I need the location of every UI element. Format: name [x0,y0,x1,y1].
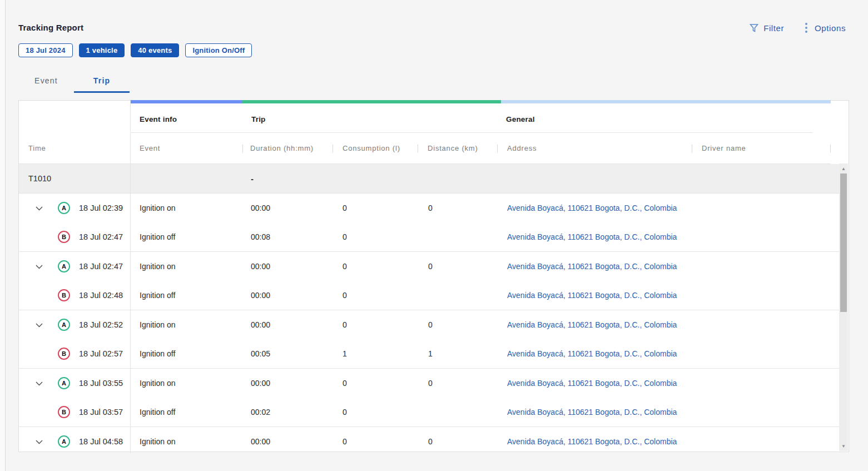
trip-end-badge: B [58,406,70,418]
address-link[interactable]: Avenida Boyacá, 110621 Bogota, D.C., Col… [497,262,692,271]
duration-value: 00:00 [242,320,333,329]
event-type: Ignition on [131,204,242,212]
filter-label: Filter [763,23,784,33]
consumption-value: 0 [333,379,418,388]
consumption-value: 0 [333,262,418,271]
group-bar-general [501,100,831,103]
column-header-event[interactable]: Event [131,144,242,152]
filter-button[interactable]: Filter [750,23,784,33]
event-time: 18 Jul 02:39 [79,204,123,212]
table-row: A 18 Jul 03:55 Ignition on 00:00 0 0 Ave… [19,369,839,398]
trip-block: A 18 Jul 03:55 Ignition on 00:00 0 0 Ave… [19,369,839,427]
consumption-value: 0 [333,320,418,329]
column-header-distance[interactable]: Distance (km) [418,144,497,152]
consumption-value: 1 [333,349,418,358]
options-button[interactable]: Options [803,22,846,34]
vehicle-duration: - [242,174,333,184]
vertical-scrollbar[interactable]: ▲ ▼ [839,163,848,451]
address-link[interactable]: Avenida Boyacá, 110621 Bogota, D.C., Col… [497,349,692,358]
table-row: B 18 Jul 02:57 Ignition off 00:05 1 1 Av… [19,339,839,368]
column-header-time[interactable]: Time [19,133,131,163]
chip-ignition-filter[interactable]: Ignition On/Off [185,43,252,57]
chevron-down-icon[interactable] [34,437,44,447]
distance-value: 0 [418,320,497,329]
chevron-down-icon[interactable] [34,261,44,271]
chevron-down-icon[interactable] [34,378,44,388]
event-time: 18 Jul 02:47 [79,232,123,241]
tab-event[interactable]: Event [18,70,74,93]
options-label: Options [815,23,846,33]
table-row: B 18 Jul 02:47 Ignition off 00:08 0 Aven… [19,222,839,251]
column-header-address[interactable]: Address [497,144,692,152]
address-link[interactable]: Avenida Boyacá, 110621 Bogota, D.C., Col… [497,204,692,212]
column-header-row: Time Event Duration (hh:mm) Consumption … [19,133,831,163]
duration-value: 00:00 [242,291,333,300]
group-bar-event-info [131,100,242,103]
address-link[interactable]: Avenida Boyacá, 110621 Bogota, D.C., Col… [497,408,692,417]
scrollbar-thumb[interactable] [840,173,847,312]
event-time: 18 Jul 02:57 [79,349,123,358]
page-title: Tracking Report [18,23,83,32]
consumption-value: 0 [333,437,418,446]
distance-value: 0 [418,379,497,388]
trip-block: A 18 Jul 04:58 Ignition on 00:00 0 0 Ave… [19,427,839,453]
column-header-duration[interactable]: Duration (hh:mm) [242,144,333,152]
consumption-value: 0 [333,408,418,417]
table-row: B 18 Jul 03:57 Ignition off 00:02 0 Aven… [19,398,839,427]
event-time: 18 Jul 03:57 [79,408,123,417]
table-row: A 18 Jul 02:39 Ignition on 00:00 0 0 Ave… [19,194,839,222]
consumption-value: 0 [333,291,418,300]
trip-start-badge: A [58,377,70,389]
event-type: Ignition off [131,408,242,417]
address-link[interactable]: Avenida Boyacá, 110621 Bogota, D.C., Col… [497,232,692,241]
trip-end-badge: B [58,231,70,243]
table-row: B 18 Jul 02:48 Ignition off 00:00 0 Aven… [19,281,839,310]
chip-event-count[interactable]: 40 events [131,43,179,57]
group-event-info: Event info [131,115,242,132]
group-trip: Trip [242,115,333,132]
column-header-consumption[interactable]: Consumption (l) [333,144,418,152]
filter-chips: 18 Jul 2024 1 vehicle 40 events Ignition… [18,43,252,57]
duration-value: 00:05 [242,349,333,358]
table-row: A 18 Jul 02:47 Ignition on 00:00 0 0 Ave… [19,252,839,281]
address-link[interactable]: Avenida Boyacá, 110621 Bogota, D.C., Col… [497,379,692,388]
event-time: 18 Jul 02:52 [79,320,123,329]
distance-value: 0 [418,437,497,446]
scroll-down-icon[interactable]: ▼ [839,442,848,450]
event-type: Ignition on [131,379,242,388]
trip-start-badge: A [58,319,70,331]
address-link[interactable]: Avenida Boyacá, 110621 Bogota, D.C., Col… [497,320,692,329]
trip-start-badge: A [58,260,70,272]
vehicle-name: T1010 [19,164,131,193]
vehicle-row[interactable]: T1010 - [19,164,839,194]
column-group-header-row: Event info Trip General [19,101,831,132]
table-row: A 18 Jul 02:52 Ignition on 00:00 0 0 Ave… [19,310,839,339]
group-spacer [19,101,131,132]
tab-trip[interactable]: Trip [74,70,130,93]
event-type: Ignition off [131,349,242,358]
chip-date[interactable]: 18 Jul 2024 [18,43,73,57]
event-time: 18 Jul 02:48 [79,291,123,300]
chevron-down-icon[interactable] [34,320,44,330]
column-header-driver[interactable]: Driver name [692,144,831,152]
report-tabs: Event Trip [18,70,130,93]
left-panel-edge [0,0,6,471]
chip-vehicle-count[interactable]: 1 vehicle [79,43,125,57]
address-link[interactable]: Avenida Boyacá, 110621 Bogota, D.C., Col… [497,291,692,300]
group-bar-trip [242,100,501,103]
chevron-down-icon[interactable] [34,203,44,213]
event-time: 18 Jul 03:55 [79,379,123,388]
event-type: Ignition on [131,320,242,329]
consumption-value: 0 [333,204,418,212]
consumption-value: 0 [333,232,418,241]
trip-block: A 18 Jul 02:39 Ignition on 00:00 0 0 Ave… [19,194,839,252]
distance-value: 1 [418,349,497,358]
duration-value: 00:00 [242,437,333,446]
distance-value: 0 [418,262,497,271]
trip-end-badge: B [58,289,70,301]
scroll-up-icon[interactable]: ▲ [839,164,848,173]
table-row: A 18 Jul 04:58 Ignition on 00:00 0 0 Ave… [19,427,839,453]
address-link[interactable]: Avenida Boyacá, 110621 Bogota, D.C., Col… [497,437,692,446]
event-type: Ignition off [131,232,242,241]
event-type: Ignition on [131,437,242,446]
